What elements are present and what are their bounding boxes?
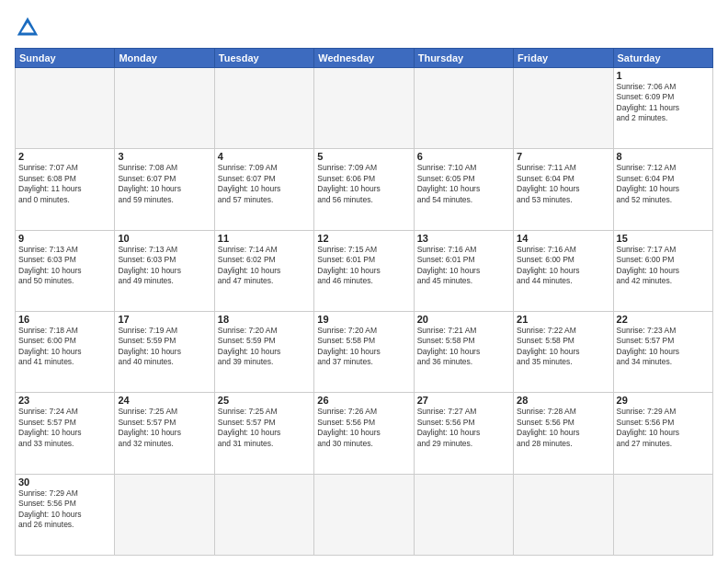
calendar-cell: 5Sunrise: 7:09 AMSunset: 6:06 PMDaylight… [314,149,414,230]
day-info: Sunrise: 7:23 AMSunset: 5:57 PMDaylight:… [617,326,710,368]
day-info: Sunrise: 7:25 AMSunset: 5:57 PMDaylight:… [218,407,311,449]
calendar-week-row: 23Sunrise: 7:24 AMSunset: 5:57 PMDayligh… [16,393,713,474]
calendar-cell [115,68,214,149]
calendar-week-row: 2Sunrise: 7:07 AMSunset: 6:08 PMDaylight… [16,149,713,230]
calendar-cell: 7Sunrise: 7:11 AMSunset: 6:04 PMDaylight… [514,149,613,230]
day-number: 15 [617,233,710,244]
day-info: Sunrise: 7:14 AMSunset: 6:02 PMDaylight:… [218,245,311,287]
calendar-cell: 14Sunrise: 7:16 AMSunset: 6:00 PMDayligh… [514,230,613,311]
day-number: 29 [617,395,710,406]
calendar-cell: 6Sunrise: 7:10 AMSunset: 6:05 PMDaylight… [414,149,513,230]
day-info: Sunrise: 7:10 AMSunset: 6:05 PMDaylight:… [417,163,510,205]
calendar-cell [514,474,613,555]
day-number: 18 [218,314,311,325]
day-info: Sunrise: 7:15 AMSunset: 6:01 PMDaylight:… [317,245,410,287]
day-number: 4 [218,151,311,162]
day-number: 17 [118,314,210,325]
calendar-cell: 8Sunrise: 7:12 AMSunset: 6:04 PMDaylight… [613,149,712,230]
weekday-header-tuesday: Tuesday [214,49,313,68]
day-number: 25 [218,395,311,406]
calendar-cell [414,68,513,149]
day-number: 6 [417,151,510,162]
calendar-cell: 19Sunrise: 7:20 AMSunset: 5:58 PMDayligh… [314,311,414,392]
day-number: 13 [417,233,510,244]
calendar-cell: 13Sunrise: 7:16 AMSunset: 6:01 PMDayligh… [414,230,513,311]
header [15,15,713,40]
day-info: Sunrise: 7:16 AMSunset: 6:01 PMDaylight:… [417,245,510,287]
calendar-week-row: 9Sunrise: 7:13 AMSunset: 6:03 PMDaylight… [16,230,713,311]
calendar-cell: 22Sunrise: 7:23 AMSunset: 5:57 PMDayligh… [613,311,712,392]
day-info: Sunrise: 7:26 AMSunset: 5:56 PMDaylight:… [317,407,410,449]
day-info: Sunrise: 7:29 AMSunset: 5:56 PMDaylight:… [617,407,710,449]
day-info: Sunrise: 7:12 AMSunset: 6:04 PMDaylight:… [617,163,710,205]
calendar-cell: 16Sunrise: 7:18 AMSunset: 6:00 PMDayligh… [16,311,115,392]
day-info: Sunrise: 7:17 AMSunset: 6:00 PMDaylight:… [617,245,710,287]
day-info: Sunrise: 7:18 AMSunset: 6:00 PMDaylight:… [18,326,111,368]
weekday-header-friday: Friday [514,49,613,68]
day-info: Sunrise: 7:13 AMSunset: 6:03 PMDaylight:… [18,245,111,287]
calendar-cell: 12Sunrise: 7:15 AMSunset: 6:01 PMDayligh… [314,230,414,311]
day-number: 30 [18,477,111,488]
calendar-week-row: 1Sunrise: 7:06 AMSunset: 6:09 PMDaylight… [16,68,713,149]
day-number: 20 [417,314,510,325]
day-info: Sunrise: 7:21 AMSunset: 5:58 PMDaylight:… [417,326,510,368]
logo-icon [15,15,40,40]
calendar-cell: 18Sunrise: 7:20 AMSunset: 5:59 PMDayligh… [214,311,313,392]
calendar-cell: 2Sunrise: 7:07 AMSunset: 6:08 PMDaylight… [16,149,115,230]
calendar-table: SundayMondayTuesdayWednesdayThursdayFrid… [15,48,713,556]
calendar-cell: 21Sunrise: 7:22 AMSunset: 5:58 PMDayligh… [514,311,613,392]
day-number: 27 [417,395,510,406]
day-number: 1 [617,70,710,81]
page: SundayMondayTuesdayWednesdayThursdayFrid… [0,0,728,563]
day-number: 11 [218,233,311,244]
day-info: Sunrise: 7:27 AMSunset: 5:56 PMDaylight:… [417,407,510,449]
calendar-cell [115,474,214,555]
day-number: 3 [118,151,210,162]
day-info: Sunrise: 7:20 AMSunset: 5:59 PMDaylight:… [218,326,311,368]
calendar-cell: 24Sunrise: 7:25 AMSunset: 5:57 PMDayligh… [115,393,214,474]
day-info: Sunrise: 7:20 AMSunset: 5:58 PMDaylight:… [317,326,410,368]
day-number: 8 [617,151,710,162]
day-info: Sunrise: 7:24 AMSunset: 5:57 PMDaylight:… [18,407,111,449]
weekday-header-monday: Monday [115,49,214,68]
day-number: 10 [118,233,210,244]
weekday-header-saturday: Saturday [613,49,712,68]
calendar-cell: 20Sunrise: 7:21 AMSunset: 5:58 PMDayligh… [414,311,513,392]
calendar-cell: 4Sunrise: 7:09 AMSunset: 6:07 PMDaylight… [214,149,313,230]
day-number: 12 [317,233,410,244]
calendar-cell: 9Sunrise: 7:13 AMSunset: 6:03 PMDaylight… [16,230,115,311]
weekday-header-thursday: Thursday [414,49,513,68]
day-info: Sunrise: 7:09 AMSunset: 6:07 PMDaylight:… [218,163,311,205]
day-info: Sunrise: 7:22 AMSunset: 5:58 PMDaylight:… [517,326,609,368]
day-info: Sunrise: 7:19 AMSunset: 5:59 PMDaylight:… [118,326,210,368]
weekday-header-wednesday: Wednesday [314,49,414,68]
day-info: Sunrise: 7:29 AMSunset: 5:56 PMDaylight:… [18,488,111,531]
calendar-cell: 25Sunrise: 7:25 AMSunset: 5:57 PMDayligh… [214,393,313,474]
calendar-cell [613,474,712,555]
calendar-cell: 27Sunrise: 7:27 AMSunset: 5:56 PMDayligh… [414,393,513,474]
calendar-cell [314,474,414,555]
day-info: Sunrise: 7:09 AMSunset: 6:06 PMDaylight:… [317,163,410,205]
day-info: Sunrise: 7:25 AMSunset: 5:57 PMDaylight:… [118,407,210,449]
day-number: 7 [517,151,609,162]
day-info: Sunrise: 7:11 AMSunset: 6:04 PMDaylight:… [517,163,609,205]
day-number: 5 [317,151,410,162]
day-number: 28 [517,395,609,406]
day-number: 26 [317,395,410,406]
calendar-cell [414,474,513,555]
day-number: 23 [18,395,111,406]
day-info: Sunrise: 7:06 AMSunset: 6:09 PMDaylight:… [617,82,710,124]
day-info: Sunrise: 7:13 AMSunset: 6:03 PMDaylight:… [118,245,210,287]
calendar-cell: 28Sunrise: 7:28 AMSunset: 5:56 PMDayligh… [514,393,613,474]
calendar-cell: 30Sunrise: 7:29 AMSunset: 5:56 PMDayligh… [16,474,115,555]
calendar-cell [214,68,313,149]
logo [15,15,44,40]
calendar-cell [214,474,313,555]
day-number: 21 [517,314,609,325]
calendar-cell: 17Sunrise: 7:19 AMSunset: 5:59 PMDayligh… [115,311,214,392]
day-info: Sunrise: 7:08 AMSunset: 6:07 PMDaylight:… [118,163,210,205]
day-info: Sunrise: 7:07 AMSunset: 6:08 PMDaylight:… [18,163,111,205]
calendar-cell: 26Sunrise: 7:26 AMSunset: 5:56 PMDayligh… [314,393,414,474]
day-number: 14 [517,233,609,244]
calendar-cell: 10Sunrise: 7:13 AMSunset: 6:03 PMDayligh… [115,230,214,311]
